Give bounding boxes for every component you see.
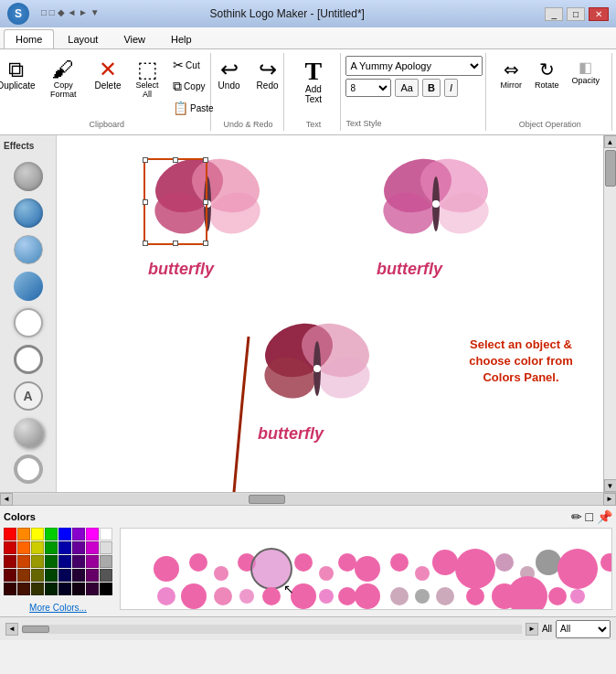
- color-circle-35[interactable]: [570, 589, 585, 604]
- canvas-main[interactable]: butterfly butterfly: [57, 135, 603, 492]
- color-swatch[interactable]: [86, 583, 99, 595]
- color-circle-33[interactable]: [507, 576, 547, 610]
- bold-button[interactable]: B: [422, 79, 441, 97]
- color-swatch[interactable]: [31, 541, 44, 554]
- color-circle-19[interactable]: [157, 587, 175, 605]
- color-swatch[interactable]: [31, 528, 44, 540]
- filter-scroll-thumb[interactable]: [22, 626, 49, 633]
- font-name-select[interactable]: A Yummy Apology: [345, 56, 483, 76]
- color-swatch[interactable]: [72, 583, 85, 595]
- color-swatch[interactable]: [31, 555, 44, 568]
- color-circle-23[interactable]: [262, 587, 281, 605]
- color-circle-16[interactable]: [558, 549, 598, 589]
- color-swatch[interactable]: [86, 541, 99, 554]
- color-circle-21[interactable]: [214, 587, 232, 605]
- color-swatch[interactable]: [4, 583, 16, 595]
- color-swatch[interactable]: [58, 583, 71, 595]
- filter-left-arrow[interactable]: ◄: [5, 623, 18, 636]
- color-swatch[interactable]: [72, 528, 85, 540]
- redo-button[interactable]: ↪ Redo: [250, 55, 286, 94]
- color-circle-6[interactable]: [319, 566, 334, 581]
- copy-format-button[interactable]: 🖌 Copy Format: [39, 55, 88, 102]
- color-circle-10[interactable]: [415, 566, 430, 581]
- filter-right-arrow[interactable]: ►: [526, 623, 538, 636]
- color-swatch[interactable]: [45, 569, 58, 582]
- color-swatch[interactable]: [17, 528, 30, 540]
- color-circle-24[interactable]: [291, 583, 316, 609]
- window-controls-left[interactable]: □ □ ◆ ◄ ► ▼: [41, 7, 100, 17]
- color-circle-5[interactable]: [294, 553, 313, 572]
- effect-sphere[interactable]: [14, 418, 43, 447]
- color-swatch[interactable]: [100, 555, 112, 568]
- tab-layout[interactable]: Layout: [56, 29, 110, 48]
- color-circle-30[interactable]: [436, 587, 454, 605]
- color-circle-20[interactable]: [181, 583, 207, 609]
- mirror-button[interactable]: ⇔ Mirror: [495, 55, 526, 93]
- color-circle-26[interactable]: [338, 587, 356, 605]
- color-circle-7[interactable]: [338, 553, 356, 572]
- canvas-area[interactable]: butterfly butterfly: [57, 135, 603, 492]
- color-circle-31[interactable]: [466, 587, 484, 605]
- scroll-thumb[interactable]: [605, 150, 616, 187]
- effect-gradient2[interactable]: [14, 235, 43, 264]
- color-circle-29[interactable]: [415, 589, 430, 604]
- color-circle-17[interactable]: [600, 553, 611, 572]
- tab-help[interactable]: Help: [159, 29, 204, 48]
- close-button[interactable]: ✕: [589, 7, 609, 21]
- color-swatch[interactable]: [72, 541, 85, 554]
- filter-select[interactable]: All: [556, 620, 611, 638]
- color-circle-1[interactable]: [189, 553, 207, 572]
- color-swatch[interactable]: [100, 569, 112, 582]
- color-circle-15[interactable]: [536, 550, 561, 575]
- scroll-right-arrow[interactable]: ►: [603, 493, 616, 506]
- duplicate-button[interactable]: ⧉ Duplicate: [0, 55, 37, 102]
- color-swatch[interactable]: [45, 583, 58, 595]
- color-circle-9[interactable]: [390, 553, 409, 572]
- color-swatch[interactable]: [17, 555, 30, 568]
- color-swatch[interactable]: [17, 541, 30, 554]
- color-circle-11[interactable]: [432, 550, 458, 575]
- color-circle-12[interactable]: [455, 549, 495, 589]
- aa-button[interactable]: Aa: [395, 79, 418, 97]
- maximize-button[interactable]: □: [567, 7, 585, 21]
- color-circle-22[interactable]: [239, 589, 254, 604]
- color-swatch[interactable]: [45, 541, 58, 554]
- effect-ring[interactable]: [14, 455, 43, 484]
- add-text-button[interactable]: T Add Text: [293, 55, 333, 108]
- color-swatch[interactable]: [58, 555, 71, 568]
- color-circle-8[interactable]: [355, 556, 380, 582]
- italic-button[interactable]: I: [444, 79, 458, 97]
- color-circle-2[interactable]: [214, 566, 228, 581]
- more-colors-button[interactable]: More Colors...: [4, 603, 112, 613]
- h-scroll-thumb[interactable]: [249, 495, 285, 504]
- color-swatch[interactable]: [45, 528, 58, 540]
- tab-view[interactable]: View: [112, 29, 157, 48]
- color-swatch[interactable]: [72, 555, 85, 568]
- color-circle-25[interactable]: [319, 589, 334, 604]
- color-swatch[interactable]: [17, 583, 30, 595]
- scroll-left-arrow[interactable]: ◄: [0, 493, 13, 506]
- color-swatch[interactable]: [31, 583, 44, 595]
- color-edit-icon[interactable]: ✏: [571, 509, 582, 524]
- color-circle-27[interactable]: [355, 583, 380, 609]
- minimize-button[interactable]: _: [545, 7, 563, 21]
- select-all-button[interactable]: ⬚ Select All: [128, 55, 166, 102]
- color-circle-28[interactable]: [390, 587, 409, 605]
- color-swatch[interactable]: [100, 528, 112, 540]
- effect-outline2[interactable]: [14, 345, 43, 374]
- color-swatch[interactable]: [86, 528, 99, 540]
- tab-home[interactable]: Home: [4, 29, 54, 48]
- vertical-scrollbar[interactable]: ▲ ▼: [603, 135, 616, 492]
- undo-button[interactable]: ↩ Undo: [211, 55, 248, 94]
- color-swatch[interactable]: [4, 569, 16, 582]
- color-swatch[interactable]: [86, 555, 99, 568]
- color-swatch[interactable]: [4, 555, 16, 568]
- butterfly-2[interactable]: butterfly: [377, 154, 495, 279]
- color-circles-area[interactable]: ↖: [120, 528, 612, 610]
- color-swatch[interactable]: [4, 528, 16, 540]
- color-swatch[interactable]: [100, 583, 112, 595]
- butterfly-3[interactable]: butterfly: [258, 318, 377, 444]
- effect-outline1[interactable]: [14, 308, 43, 337]
- color-swatch[interactable]: [45, 555, 58, 568]
- color-swatch[interactable]: [72, 569, 85, 582]
